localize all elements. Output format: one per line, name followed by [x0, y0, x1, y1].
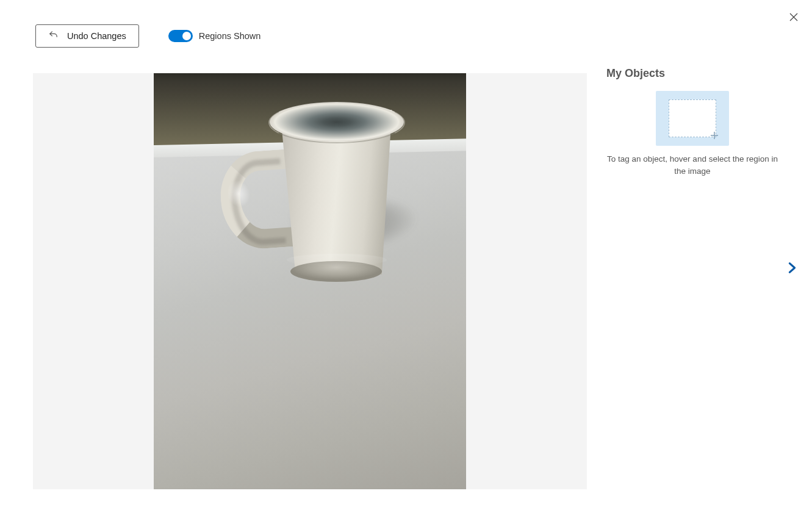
objects-sidebar: My Objects To tag an object, hover and s…: [606, 67, 778, 177]
undo-changes-button[interactable]: Undo Changes: [35, 24, 139, 48]
undo-icon: [48, 30, 59, 42]
regions-shown-toggle[interactable]: [168, 30, 193, 42]
regions-toggle-group: Regions Shown: [168, 30, 261, 42]
plus-icon: [710, 131, 719, 140]
image-mug-rim-edge: [268, 102, 405, 143]
content-area: [33, 73, 587, 489]
close-icon: [788, 12, 799, 25]
toolbar: Undo Changes Regions Shown: [35, 24, 260, 48]
toggle-knob: [182, 32, 191, 40]
undo-button-label: Undo Changes: [67, 31, 126, 41]
chevron-right-icon: [785, 260, 799, 278]
image-mug-base-hl: [287, 254, 387, 266]
next-image-button[interactable]: [783, 260, 801, 278]
close-button[interactable]: [786, 11, 801, 26]
add-region-button[interactable]: [656, 91, 729, 146]
image-canvas[interactable]: [33, 73, 587, 489]
sidebar-hint: To tag an object, hover and select the r…: [606, 153, 778, 177]
sidebar-title: My Objects: [606, 67, 665, 80]
training-image: [154, 73, 466, 489]
add-region-icon: [669, 99, 716, 137]
regions-toggle-label: Regions Shown: [199, 31, 261, 41]
